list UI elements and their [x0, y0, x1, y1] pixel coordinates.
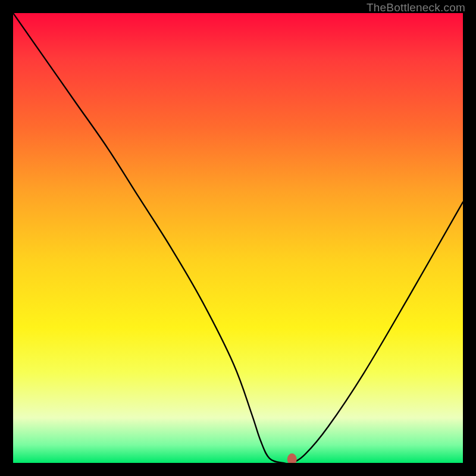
bottleneck-curve [13, 13, 463, 463]
chart-svg [13, 13, 463, 463]
optimum-marker [287, 453, 297, 463]
image-frame: TheBottleneck.com [0, 0, 476, 476]
attribution-text: TheBottleneck.com [367, 1, 465, 14]
gradient-plot-area [13, 13, 463, 463]
